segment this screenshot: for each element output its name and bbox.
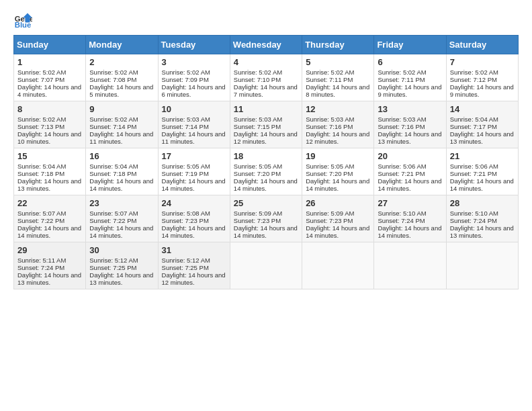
day-number: 21	[450, 151, 515, 161]
daylight-text: Daylight: 14 hours and 7 minutes.	[234, 83, 298, 98]
calendar-cell	[230, 242, 302, 289]
sunrise-text: Sunrise: 5:02 AM	[378, 68, 426, 76]
sunrise-text: Sunrise: 5:02 AM	[306, 68, 354, 76]
sunrise-text: Sunrise: 5:06 AM	[450, 163, 498, 170]
day-number: 24	[162, 198, 226, 208]
calendar-cell: 1Sunrise: 5:02 AMSunset: 7:07 PMDaylight…	[14, 54, 86, 101]
daylight-text: Daylight: 14 hours and 4 minutes.	[17, 83, 81, 98]
sunset-text: Sunset: 7:21 PM	[378, 170, 425, 177]
day-number: 5	[306, 57, 370, 67]
sunrise-text: Sunrise: 5:03 AM	[234, 116, 282, 123]
calendar-table: SundayMondayTuesdayWednesdayThursdayFrid…	[13, 35, 519, 289]
sunrise-text: Sunrise: 5:02 AM	[450, 68, 498, 76]
day-number: 8	[17, 104, 82, 114]
sunset-text: Sunset: 7:23 PM	[162, 217, 209, 224]
sunset-text: Sunset: 7:22 PM	[17, 217, 64, 224]
calendar-cell: 28Sunrise: 5:10 AMSunset: 7:24 PMDayligh…	[446, 195, 518, 242]
calendar-cell: 11Sunrise: 5:03 AMSunset: 7:15 PMDayligh…	[230, 101, 302, 148]
day-number: 29	[17, 245, 82, 255]
sunrise-text: Sunrise: 5:06 AM	[378, 163, 426, 170]
day-number: 2	[89, 57, 154, 67]
day-number: 26	[306, 198, 370, 208]
week-row-2: 8Sunrise: 5:02 AMSunset: 7:13 PMDaylight…	[14, 101, 519, 148]
sunset-text: Sunset: 7:21 PM	[450, 170, 497, 177]
day-number: 31	[162, 245, 226, 255]
daylight-text: Daylight: 14 hours and 12 minutes.	[162, 271, 226, 286]
day-number: 27	[378, 198, 442, 208]
daylight-text: Daylight: 14 hours and 10 minutes.	[17, 130, 81, 145]
sunset-text: Sunset: 7:24 PM	[378, 217, 425, 224]
daylight-text: Daylight: 14 hours and 8 minutes.	[306, 83, 369, 98]
day-number: 20	[378, 151, 442, 161]
page-header: General Blue	[13, 11, 519, 30]
calendar-cell	[374, 242, 446, 289]
sunrise-text: Sunrise: 5:04 AM	[17, 163, 66, 170]
calendar-cell: 15Sunrise: 5:04 AMSunset: 7:18 PMDayligh…	[14, 148, 86, 195]
day-number: 28	[450, 198, 515, 208]
calendar-cell: 9Sunrise: 5:02 AMSunset: 7:14 PMDaylight…	[86, 101, 158, 148]
day-number: 1	[17, 57, 82, 67]
day-number: 18	[234, 151, 298, 161]
day-number: 12	[306, 104, 370, 114]
day-number: 4	[234, 57, 298, 67]
calendar-cell	[302, 242, 374, 289]
daylight-text: Daylight: 14 hours and 14 minutes.	[378, 177, 441, 192]
sunset-text: Sunset: 7:23 PM	[234, 217, 281, 224]
day-number: 25	[234, 198, 298, 208]
daylight-text: Daylight: 14 hours and 6 minutes.	[162, 83, 226, 98]
sunrise-text: Sunrise: 5:12 AM	[89, 257, 138, 264]
sunset-text: Sunset: 7:20 PM	[234, 170, 281, 177]
weekday-header-row: SundayMondayTuesdayWednesdayThursdayFrid…	[14, 36, 519, 54]
day-number: 19	[306, 151, 370, 161]
sunrise-text: Sunrise: 5:03 AM	[378, 116, 426, 123]
calendar-cell: 7Sunrise: 5:02 AMSunset: 7:12 PMDaylight…	[446, 54, 518, 101]
daylight-text: Daylight: 14 hours and 11 minutes.	[89, 130, 153, 145]
sunrise-text: Sunrise: 5:09 AM	[234, 210, 282, 217]
sunrise-text: Sunrise: 5:07 AM	[89, 210, 138, 217]
daylight-text: Daylight: 14 hours and 9 minutes.	[450, 83, 514, 98]
sunrise-text: Sunrise: 5:03 AM	[306, 116, 354, 123]
week-row-5: 29Sunrise: 5:11 AMSunset: 7:24 PMDayligh…	[14, 242, 519, 289]
sunrise-text: Sunrise: 5:05 AM	[306, 163, 354, 170]
daylight-text: Daylight: 14 hours and 13 minutes.	[378, 130, 441, 145]
day-number: 9	[89, 104, 154, 114]
calendar-cell: 3Sunrise: 5:02 AMSunset: 7:09 PMDaylight…	[158, 54, 230, 101]
day-number: 30	[89, 245, 154, 255]
weekday-header-monday: Monday	[86, 36, 158, 54]
logo: General Blue	[13, 11, 35, 30]
sunrise-text: Sunrise: 5:07 AM	[17, 210, 66, 217]
calendar-cell: 8Sunrise: 5:02 AMSunset: 7:13 PMDaylight…	[14, 101, 86, 148]
sunrise-text: Sunrise: 5:11 AM	[17, 257, 66, 264]
calendar-cell: 2Sunrise: 5:02 AMSunset: 7:08 PMDaylight…	[86, 54, 158, 101]
day-number: 14	[450, 104, 515, 114]
daylight-text: Daylight: 14 hours and 14 minutes.	[234, 224, 298, 239]
daylight-text: Daylight: 14 hours and 14 minutes.	[89, 224, 153, 239]
daylight-text: Daylight: 14 hours and 13 minutes.	[17, 177, 81, 192]
day-number: 16	[89, 151, 154, 161]
daylight-text: Daylight: 14 hours and 11 minutes.	[162, 130, 226, 145]
sunset-text: Sunset: 7:11 PM	[306, 76, 353, 83]
sunset-text: Sunset: 7:25 PM	[89, 264, 136, 271]
sunset-text: Sunset: 7:14 PM	[89, 123, 136, 130]
sunset-text: Sunset: 7:16 PM	[378, 123, 425, 130]
calendar-cell: 25Sunrise: 5:09 AMSunset: 7:23 PMDayligh…	[230, 195, 302, 242]
calendar-cell: 21Sunrise: 5:06 AMSunset: 7:21 PMDayligh…	[446, 148, 518, 195]
calendar-cell: 19Sunrise: 5:05 AMSunset: 7:20 PMDayligh…	[302, 148, 374, 195]
calendar-cell: 24Sunrise: 5:08 AMSunset: 7:23 PMDayligh…	[158, 195, 230, 242]
sunrise-text: Sunrise: 5:05 AM	[234, 163, 282, 170]
sunset-text: Sunset: 7:14 PM	[162, 123, 209, 130]
sunrise-text: Sunrise: 5:10 AM	[450, 210, 498, 217]
weekday-header-wednesday: Wednesday	[230, 36, 302, 54]
day-number: 15	[17, 151, 82, 161]
daylight-text: Daylight: 14 hours and 14 minutes.	[162, 177, 226, 192]
calendar-cell: 18Sunrise: 5:05 AMSunset: 7:20 PMDayligh…	[230, 148, 302, 195]
sunset-text: Sunset: 7:22 PM	[89, 217, 136, 224]
sunrise-text: Sunrise: 5:04 AM	[89, 163, 138, 170]
sunset-text: Sunset: 7:24 PM	[450, 217, 497, 224]
calendar-cell: 22Sunrise: 5:07 AMSunset: 7:22 PMDayligh…	[14, 195, 86, 242]
day-number: 10	[162, 104, 226, 114]
sunrise-text: Sunrise: 5:08 AM	[162, 210, 210, 217]
daylight-text: Daylight: 14 hours and 13 minutes.	[17, 271, 81, 286]
sunset-text: Sunset: 7:13 PM	[17, 123, 64, 130]
calendar-cell: 4Sunrise: 5:02 AMSunset: 7:10 PMDaylight…	[230, 54, 302, 101]
